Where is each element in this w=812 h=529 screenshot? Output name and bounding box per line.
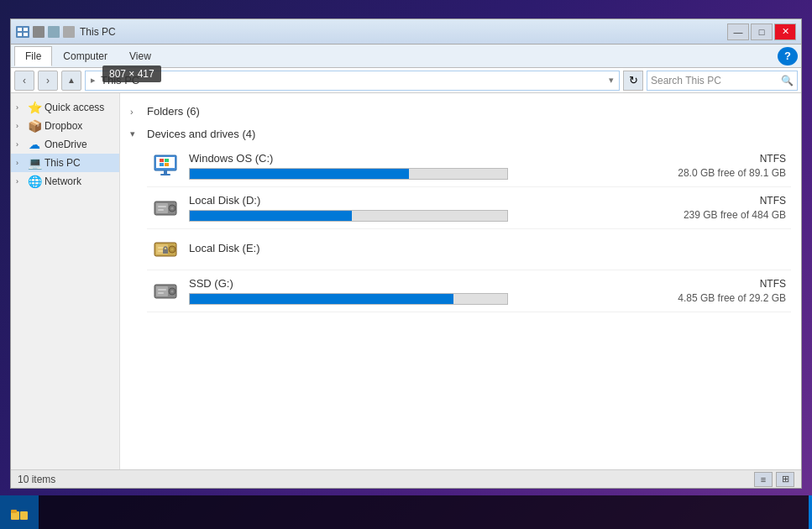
drive-name-g: SSD (G:) [189,277,658,290]
drive-free-g: 4.85 GB free of 29.2 GB [668,292,786,304]
this-pc-icon: 💻 [28,157,41,169]
svg-rect-2 [18,33,22,36]
drive-icon-e [152,236,179,263]
quick-access-arrow: › [16,103,24,112]
save-icon [33,26,45,38]
title-bar: This PC — □ ✕ [11,19,801,45]
svg-rect-26 [156,286,168,296]
title-bar-icons [16,26,75,38]
taskbar-accent [809,495,812,529]
svg-rect-5 [156,157,175,168]
close-button[interactable]: ✕ [774,24,796,40]
window-controls: — □ ✕ [727,24,796,40]
drive-item-e[interactable]: Local Disk (E:) [147,229,791,270]
drive-meta-g: NTFS 4.85 GB free of 29.2 GB [668,278,786,304]
svg-point-15 [171,207,174,209]
sidebar-item-this-pc[interactable]: › 💻 This PC [11,154,119,172]
search-box[interactable]: Search This PC 🔍 [647,71,798,91]
drive-fs-d: NTFS [668,195,786,207]
this-pc-label: This PC [45,157,81,169]
drive-meta-d: NTFS 239 GB free of 484 GB [668,195,786,221]
svg-point-28 [171,290,174,292]
drive-progress-g [189,293,508,305]
drive-fs-g: NTFS [668,278,786,290]
sidebar-item-onedrive[interactable]: › ☁ OneDrive [11,135,119,154]
tab-computer[interactable]: Computer [52,46,118,66]
search-icon: 🔍 [781,75,794,86]
drive-name-d: Local Disk (D:) [189,194,658,207]
drive-info-d: Local Disk (D:) [189,194,658,222]
svg-rect-17 [158,209,164,211]
folders-section-title: Folders (6) [147,105,200,118]
drives-section-header[interactable]: ▾ Devices and drives (4) [130,123,791,145]
svg-rect-33 [20,511,28,520]
tab-file[interactable]: File [14,46,52,66]
folders-section-header[interactable]: › Folders (6) [130,100,791,123]
svg-rect-23 [158,250,164,252]
refresh-button[interactable]: ↻ [623,71,643,91]
sidebar-item-quick-access[interactable]: › ⭐ Quick access [11,98,119,117]
address-path[interactable]: ▸ This PC ▾ [85,71,620,91]
svg-rect-24 [163,249,168,254]
svg-rect-8 [160,163,164,166]
drive-name-c: Windows OS (C:) [189,152,658,165]
taskbar [0,495,812,529]
status-right: ≡ ⊞ [754,472,794,487]
network-icon: 🌐 [28,175,41,187]
drive-list: Windows OS (C:) NTFS 28.0 GB free of 89.… [130,145,791,312]
drive-info-c: Windows OS (C:) [189,152,658,180]
main-content: › Folders (6) ▾ Devices and drives (4) [120,93,801,469]
svg-rect-16 [158,206,166,207]
path-separator: ▸ [91,75,96,86]
svg-rect-1 [24,28,28,31]
drive-free-d: 239 GB free of 484 GB [668,209,786,221]
drive-item-d[interactable]: Local Disk (D:) NTFS 239 GB free of 484 … [147,187,791,229]
drive-name-e: Local Disk (E:) [189,242,658,254]
forward-button[interactable]: › [38,71,58,91]
sidebar-item-dropbox[interactable]: › 📦 Dropbox [11,117,119,135]
sidebar-item-network[interactable]: › 🌐 Network [11,172,119,191]
view-icons-button[interactable]: ⊞ [776,472,794,487]
drive-fill-g [190,294,453,304]
folders-arrow: › [130,107,142,117]
tab-view[interactable]: View [118,46,162,66]
svg-rect-3 [24,33,28,36]
tooltip: 807 × 417 [102,65,161,82]
search-placeholder: Search This PC [651,75,721,86]
drive-icon-c [152,153,179,180]
drive-icon-g [152,278,179,305]
pin-icon [63,26,75,38]
back-button[interactable]: ‹ [14,71,34,91]
items-count: 10 items [18,474,55,485]
drive-fill-c [190,169,409,179]
onedrive-arrow: › [16,140,24,149]
drive-info-g: SSD (G:) [189,277,658,305]
onedrive-icon: ☁ [28,139,41,150]
status-bar: 10 items ≡ ⊞ [11,469,801,488]
ribbon: File Computer View ? [11,45,801,68]
dropbox-arrow: › [16,122,24,130]
maximize-button[interactable]: □ [751,24,773,40]
svg-rect-6 [160,159,164,162]
svg-rect-0 [18,28,22,31]
drive-item-g[interactable]: SSD (G:) NTFS 4.85 GB free of 29.2 GB [147,270,791,312]
drive-progress-c [189,168,508,180]
minimize-button[interactable]: — [727,24,749,40]
svg-rect-30 [158,292,164,294]
drive-fill-d [190,211,352,221]
drive-item-c[interactable]: Windows OS (C:) NTFS 28.0 GB free of 89.… [147,145,791,187]
network-label: Network [45,175,81,187]
network-arrow: › [16,177,24,186]
svg-rect-13 [156,203,168,213]
drive-free-c: 28.0 GB free of 89.1 GB [668,167,786,179]
dropbox-label: Dropbox [45,120,82,132]
help-button[interactable]: ? [778,47,798,65]
taskbar-explorer[interactable] [0,495,39,529]
this-pc-arrow: › [16,159,24,167]
up-button[interactable]: ▲ [61,71,81,91]
svg-rect-10 [164,170,167,174]
view-details-button[interactable]: ≡ [754,472,773,487]
svg-rect-32 [11,510,17,513]
drive-icon-d [152,195,179,222]
folder-icon [48,26,60,38]
